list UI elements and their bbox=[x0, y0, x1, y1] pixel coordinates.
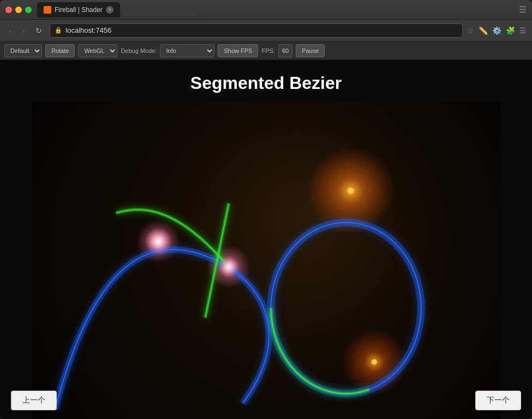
rotate-button[interactable]: Rotate bbox=[45, 44, 75, 57]
fps-value: 60 bbox=[282, 47, 289, 54]
tab-close-button[interactable]: ✕ bbox=[106, 6, 113, 14]
demo-title: Segmented Bezier bbox=[190, 60, 342, 102]
address-bar[interactable]: 🔒 localhost:7456 bbox=[50, 23, 463, 38]
debug-mode-label: Debug Mode: bbox=[121, 47, 157, 54]
pen-icon[interactable]: ✏️ bbox=[479, 26, 488, 35]
new-tab-placeholder bbox=[122, 4, 199, 16]
browser-window: Fireball | Shader ✕ ☰ ‹ › ↻ 🔒 localhost:… bbox=[0, 0, 532, 419]
prev-button[interactable]: 上一个 bbox=[11, 391, 57, 410]
next-button[interactable]: 下一个 bbox=[475, 391, 521, 410]
bezier-canvas bbox=[32, 102, 501, 419]
tab-bar: Fireball | Shader ✕ bbox=[37, 2, 519, 17]
toolbar: Default Rotate WebGL Debug Mode: Info Sh… bbox=[0, 41, 532, 60]
maximize-button[interactable] bbox=[25, 7, 32, 13]
minimize-button[interactable] bbox=[15, 7, 22, 13]
lock-icon: 🔒 bbox=[55, 27, 62, 34]
settings-icon[interactable]: ⚙️ bbox=[492, 26, 501, 35]
back-button[interactable]: ‹ bbox=[5, 25, 15, 36]
canvas-area bbox=[32, 102, 501, 419]
nav-bar: ‹ › ↻ 🔒 localhost:7456 ☆ ✏️ ⚙️ 🧩 ☰ bbox=[0, 20, 532, 41]
fps-label: FPS: bbox=[261, 47, 274, 54]
bookmark-icon[interactable]: ☆ bbox=[467, 26, 474, 35]
fps-display: 60 bbox=[278, 44, 292, 57]
webgl-select[interactable]: WebGL bbox=[78, 44, 117, 57]
window-menu-icon: ☰ bbox=[519, 4, 527, 15]
preset-select[interactable]: Default bbox=[4, 44, 42, 57]
extension-icon[interactable]: 🧩 bbox=[506, 26, 515, 35]
active-tab[interactable]: Fireball | Shader ✕ bbox=[37, 2, 120, 17]
forward-button[interactable]: › bbox=[19, 25, 28, 36]
nav-icons: ☆ ✏️ ⚙️ 🧩 ☰ bbox=[467, 26, 527, 35]
pause-button[interactable]: Pause bbox=[296, 44, 325, 57]
refresh-button[interactable]: ↻ bbox=[32, 25, 45, 36]
content-area: Segmented Bezier 上一个 下一个 bbox=[0, 60, 532, 419]
close-button[interactable] bbox=[5, 7, 12, 13]
url-text: localhost:7456 bbox=[65, 26, 111, 34]
debug-mode-select[interactable]: Info bbox=[160, 44, 214, 57]
nav-buttons: 上一个 下一个 bbox=[0, 391, 532, 410]
menu-icon[interactable]: ☰ bbox=[519, 26, 527, 35]
title-bar: Fireball | Shader ✕ ☰ bbox=[0, 0, 532, 20]
window-controls bbox=[5, 7, 32, 13]
show-fps-button[interactable]: Show FPS bbox=[218, 44, 258, 57]
tab-label: Fireball | Shader bbox=[55, 6, 103, 14]
tab-favicon bbox=[44, 6, 51, 14]
